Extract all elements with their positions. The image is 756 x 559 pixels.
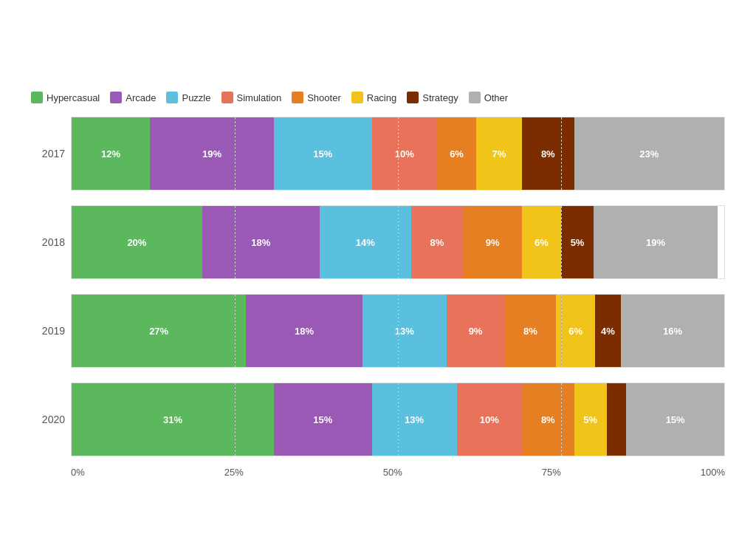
legend-item-simulation: Simulation	[221, 92, 282, 103]
legend-item-shooter: Shooter	[292, 92, 341, 103]
bar-segment-2017-hypercasual: 12%	[72, 117, 150, 190]
bar-segment-2020-racing: 5%	[574, 383, 607, 456]
legend-color-strategy	[407, 92, 419, 103]
legend-color-racing	[351, 92, 363, 103]
bar-segment-2018-simulation: 8%	[411, 206, 464, 278]
bar-segment-2018-shooter: 9%	[463, 206, 522, 278]
bar-segment-2018-racing: 6%	[522, 206, 561, 278]
legend-color-simulation	[221, 92, 233, 103]
bar-segment-2019-other: 16%	[621, 295, 724, 367]
bar-segment-2018-strategy: 5%	[561, 206, 594, 278]
bar-segment-2017-other: 23%	[574, 117, 724, 190]
bar-segment-2018-hypercasual: 20%	[72, 206, 202, 278]
bar-segment-2019-strategy: 4%	[595, 295, 621, 367]
legend-color-puzzle	[166, 92, 178, 103]
legend-item-strategy: Strategy	[407, 92, 458, 103]
bar-segment-2017-racing: 7%	[476, 117, 522, 190]
bar-segment-2020-hypercasual: 31%	[72, 383, 274, 456]
legend-item-arcade: Arcade	[110, 92, 156, 103]
legend-label-shooter: Shooter	[307, 92, 341, 103]
x-axis-label: 25%	[224, 467, 244, 478]
year-label-2020: 2020	[31, 414, 65, 425]
bar-segment-2020-puzzle: 13%	[372, 383, 457, 456]
legend-label-strategy: Strategy	[422, 92, 458, 103]
bar-segment-2018-other: 19%	[594, 206, 718, 278]
legend-item-hypercasual: Hypercasual	[31, 92, 100, 103]
bar-row-2020: 202031%15%13%10%8%5%15%	[31, 383, 725, 456]
legend-item-other: Other	[469, 92, 509, 103]
legend-color-hypercasual	[31, 92, 43, 103]
legend-item-racing: Racing	[351, 92, 396, 103]
year-label-2017: 2017	[31, 148, 65, 160]
legend-label-hypercasual: Hypercasual	[47, 92, 100, 103]
bar-segment-2019-simulation: 9%	[447, 295, 505, 367]
bar-track-2020: 31%15%13%10%8%5%15%	[71, 383, 725, 456]
bar-track-2017: 12%19%15%10%6%7%8%23%	[71, 117, 725, 191]
chart-area: 201712%19%15%10%6%7%8%23%201820%18%14%8%…	[31, 117, 725, 462]
legend-color-arcade	[110, 92, 122, 103]
legend-label-puzzle: Puzzle	[182, 92, 210, 103]
bar-track-2019: 27%18%13%9%8%6%4%16%	[71, 294, 725, 368]
legend: Hypercasual Arcade Puzzle Simulation Sho…	[31, 92, 725, 103]
legend-label-racing: Racing	[367, 92, 396, 103]
bar-segment-2019-shooter: 8%	[504, 295, 556, 367]
bar-segment-2017-strategy: 8%	[522, 117, 574, 190]
bar-segment-2020-strategy	[607, 383, 627, 456]
bar-row-2018: 201820%18%14%8%9%6%5%19%	[31, 205, 725, 279]
legend-item-puzzle: Puzzle	[166, 92, 210, 103]
bar-segment-2017-arcade: 19%	[150, 117, 274, 190]
bar-segment-2018-arcade: 18%	[202, 206, 320, 278]
legend-color-other	[469, 92, 481, 103]
x-axis-label: 0%	[71, 467, 85, 478]
bar-segment-2019-hypercasual: 27%	[72, 295, 246, 367]
bar-segment-2020-arcade: 15%	[274, 383, 372, 456]
legend-label-simulation: Simulation	[237, 92, 282, 103]
legend-label-arcade: Arcade	[126, 92, 156, 103]
bar-track-2018: 20%18%14%8%9%6%5%19%	[71, 205, 725, 279]
bar-row-2017: 201712%19%15%10%6%7%8%23%	[31, 117, 725, 191]
bar-segment-2017-puzzle: 15%	[274, 117, 372, 190]
bar-row-2019: 201927%18%13%9%8%6%4%16%	[31, 294, 725, 368]
x-axis-label: 75%	[542, 467, 561, 478]
bar-segment-2019-racing: 6%	[556, 295, 595, 367]
bar-segment-2019-puzzle: 13%	[362, 295, 447, 367]
year-label-2019: 2019	[31, 325, 65, 337]
x-axis-labels: 0%25%50%75%100%	[71, 467, 725, 478]
x-axis: 0%25%50%75%100%	[71, 467, 725, 478]
chart-container: Hypercasual Arcade Puzzle Simulation Sho…	[16, 66, 740, 493]
legend-label-other: Other	[484, 92, 509, 103]
legend-color-shooter	[292, 92, 303, 103]
bar-segment-2020-simulation: 10%	[457, 383, 522, 456]
x-axis-label: 50%	[383, 467, 402, 478]
year-label-2018: 2018	[31, 236, 65, 248]
x-axis-label: 100%	[701, 467, 725, 478]
bar-segment-2020-shooter: 8%	[522, 383, 574, 456]
bar-segment-2017-simulation: 10%	[372, 117, 437, 190]
bar-segment-2017-shooter: 6%	[437, 117, 476, 190]
bar-segment-2019-arcade: 18%	[246, 295, 362, 367]
bar-segment-2020-other: 15%	[626, 383, 724, 456]
